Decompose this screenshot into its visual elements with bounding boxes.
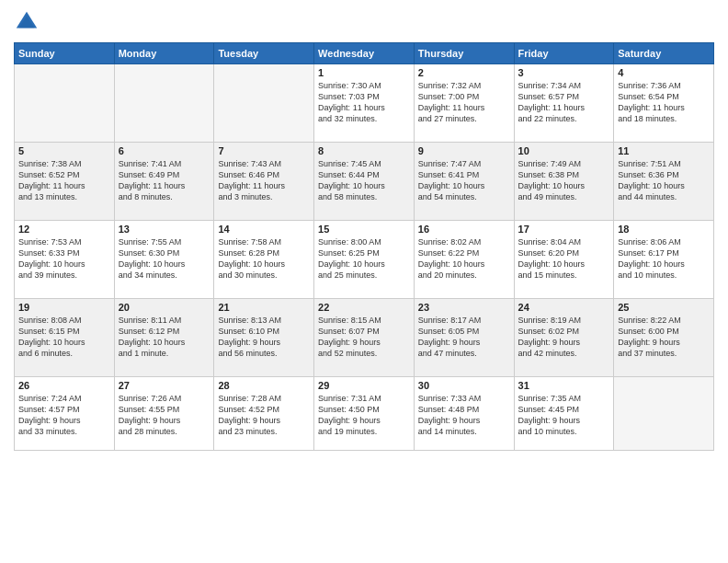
day-info: Sunrise: 7:32 AM Sunset: 7:00 PM Dayligh…	[418, 80, 510, 125]
calendar-cell: 9Sunrise: 7:47 AM Sunset: 6:41 PM Daylig…	[414, 143, 514, 221]
day-number: 15	[318, 224, 410, 235]
day-number: 6	[119, 145, 210, 156]
day-info: Sunrise: 7:47 AM Sunset: 6:41 PM Dayligh…	[418, 158, 510, 203]
calendar-cell: 10Sunrise: 7:49 AM Sunset: 6:38 PM Dayli…	[514, 143, 614, 221]
calendar-cell: 13Sunrise: 7:55 AM Sunset: 6:30 PM Dayli…	[114, 221, 214, 299]
calendar-header-row: SundayMondayTuesdayWednesdayThursdayFrid…	[15, 43, 714, 64]
day-info: Sunrise: 7:24 AM Sunset: 4:57 PM Dayligh…	[18, 393, 110, 438]
day-info: Sunrise: 7:51 AM Sunset: 6:36 PM Dayligh…	[618, 158, 710, 203]
calendar-cell: 5Sunrise: 7:38 AM Sunset: 6:52 PM Daylig…	[15, 143, 115, 221]
day-number: 14	[218, 224, 310, 235]
day-number: 25	[618, 302, 710, 313]
day-number: 27	[119, 380, 210, 391]
calendar-header-tuesday: Tuesday	[214, 43, 314, 64]
calendar-table: SundayMondayTuesdayWednesdayThursdayFrid…	[14, 42, 714, 451]
day-info: Sunrise: 7:28 AM Sunset: 4:52 PM Dayligh…	[218, 393, 310, 438]
day-info: Sunrise: 8:06 AM Sunset: 6:17 PM Dayligh…	[618, 236, 710, 282]
calendar-cell: 7Sunrise: 7:43 AM Sunset: 6:46 PM Daylig…	[214, 143, 314, 221]
calendar-cell: 16Sunrise: 8:02 AM Sunset: 6:22 PM Dayli…	[414, 221, 514, 299]
day-number: 21	[218, 302, 310, 313]
calendar-cell	[15, 64, 115, 143]
logo	[14, 9, 43, 35]
header	[14, 9, 714, 35]
day-info: Sunrise: 7:31 AM Sunset: 4:50 PM Dayligh…	[318, 393, 410, 438]
day-info: Sunrise: 7:30 AM Sunset: 7:03 PM Dayligh…	[318, 80, 410, 125]
day-info: Sunrise: 7:53 AM Sunset: 6:33 PM Dayligh…	[18, 236, 110, 282]
day-info: Sunrise: 8:15 AM Sunset: 6:07 PM Dayligh…	[318, 315, 410, 360]
day-number: 3	[518, 67, 610, 78]
day-number: 8	[318, 145, 410, 156]
calendar-header-friday: Friday	[514, 43, 614, 64]
day-info: Sunrise: 8:11 AM Sunset: 6:12 PM Dayligh…	[119, 315, 210, 360]
calendar-cell: 30Sunrise: 7:33 AM Sunset: 4:48 PM Dayli…	[414, 377, 514, 451]
day-number: 16	[418, 224, 510, 235]
day-number: 11	[618, 145, 710, 156]
calendar-cell	[114, 64, 214, 143]
calendar-cell	[614, 377, 714, 451]
calendar-cell: 4Sunrise: 7:36 AM Sunset: 6:54 PM Daylig…	[614, 64, 714, 143]
calendar-cell: 31Sunrise: 7:35 AM Sunset: 4:45 PM Dayli…	[514, 377, 614, 451]
day-info: Sunrise: 7:43 AM Sunset: 6:46 PM Dayligh…	[218, 158, 310, 203]
day-number: 4	[618, 67, 710, 78]
calendar-cell: 11Sunrise: 7:51 AM Sunset: 6:36 PM Dayli…	[614, 143, 714, 221]
calendar-cell: 24Sunrise: 8:19 AM Sunset: 6:02 PM Dayli…	[514, 299, 614, 377]
day-number: 30	[418, 380, 510, 391]
calendar-cell: 20Sunrise: 8:11 AM Sunset: 6:12 PM Dayli…	[114, 299, 214, 377]
day-number: 20	[119, 302, 210, 313]
day-number: 22	[318, 302, 410, 313]
calendar-cell: 28Sunrise: 7:28 AM Sunset: 4:52 PM Dayli…	[214, 377, 314, 451]
day-number: 18	[618, 224, 710, 235]
day-info: Sunrise: 7:34 AM Sunset: 6:57 PM Dayligh…	[518, 80, 610, 125]
day-info: Sunrise: 7:49 AM Sunset: 6:38 PM Dayligh…	[518, 158, 610, 203]
day-number: 7	[218, 145, 310, 156]
calendar-cell: 29Sunrise: 7:31 AM Sunset: 4:50 PM Dayli…	[314, 377, 415, 451]
day-number: 1	[318, 67, 410, 78]
calendar-header-monday: Monday	[114, 43, 214, 64]
day-number: 13	[119, 224, 210, 235]
calendar-header-sunday: Sunday	[15, 43, 115, 64]
day-info: Sunrise: 8:17 AM Sunset: 6:05 PM Dayligh…	[418, 315, 510, 360]
day-info: Sunrise: 8:22 AM Sunset: 6:00 PM Dayligh…	[618, 315, 710, 360]
day-info: Sunrise: 7:36 AM Sunset: 6:54 PM Dayligh…	[618, 80, 710, 125]
calendar-cell: 1Sunrise: 7:30 AM Sunset: 7:03 PM Daylig…	[314, 64, 415, 143]
calendar-cell: 25Sunrise: 8:22 AM Sunset: 6:00 PM Dayli…	[614, 299, 714, 377]
calendar-header-thursday: Thursday	[414, 43, 514, 64]
page: SundayMondayTuesdayWednesdayThursdayFrid…	[0, 0, 728, 563]
calendar-week-2: 5Sunrise: 7:38 AM Sunset: 6:52 PM Daylig…	[15, 143, 714, 221]
day-info: Sunrise: 7:33 AM Sunset: 4:48 PM Dayligh…	[418, 393, 510, 438]
day-info: Sunrise: 8:00 AM Sunset: 6:25 PM Dayligh…	[318, 236, 410, 282]
calendar-cell: 3Sunrise: 7:34 AM Sunset: 6:57 PM Daylig…	[514, 64, 614, 143]
day-info: Sunrise: 8:19 AM Sunset: 6:02 PM Dayligh…	[518, 315, 610, 360]
day-info: Sunrise: 7:45 AM Sunset: 6:44 PM Dayligh…	[318, 158, 410, 203]
day-number: 9	[418, 145, 510, 156]
calendar-cell: 22Sunrise: 8:15 AM Sunset: 6:07 PM Dayli…	[314, 299, 415, 377]
day-info: Sunrise: 7:55 AM Sunset: 6:30 PM Dayligh…	[119, 236, 210, 282]
day-info: Sunrise: 8:13 AM Sunset: 6:10 PM Dayligh…	[218, 315, 310, 360]
calendar-cell: 23Sunrise: 8:17 AM Sunset: 6:05 PM Dayli…	[414, 299, 514, 377]
day-info: Sunrise: 8:02 AM Sunset: 6:22 PM Dayligh…	[418, 236, 510, 282]
calendar-week-5: 26Sunrise: 7:24 AM Sunset: 4:57 PM Dayli…	[15, 377, 714, 451]
calendar-cell: 21Sunrise: 8:13 AM Sunset: 6:10 PM Dayli…	[214, 299, 314, 377]
day-number: 26	[18, 380, 110, 391]
day-number: 2	[418, 67, 510, 78]
day-number: 23	[418, 302, 510, 313]
day-number: 19	[18, 302, 110, 313]
day-info: Sunrise: 8:04 AM Sunset: 6:20 PM Dayligh…	[518, 236, 610, 282]
day-info: Sunrise: 7:58 AM Sunset: 6:28 PM Dayligh…	[218, 236, 310, 282]
calendar-header-saturday: Saturday	[614, 43, 714, 64]
calendar-cell: 19Sunrise: 8:08 AM Sunset: 6:15 PM Dayli…	[15, 299, 115, 377]
calendar-cell: 15Sunrise: 8:00 AM Sunset: 6:25 PM Dayli…	[314, 221, 415, 299]
calendar-cell: 26Sunrise: 7:24 AM Sunset: 4:57 PM Dayli…	[15, 377, 115, 451]
calendar-cell: 18Sunrise: 8:06 AM Sunset: 6:17 PM Dayli…	[614, 221, 714, 299]
day-info: Sunrise: 7:35 AM Sunset: 4:45 PM Dayligh…	[518, 393, 610, 438]
day-number: 12	[18, 224, 110, 235]
calendar-cell: 12Sunrise: 7:53 AM Sunset: 6:33 PM Dayli…	[15, 221, 115, 299]
day-number: 17	[518, 224, 610, 235]
calendar-week-3: 12Sunrise: 7:53 AM Sunset: 6:33 PM Dayli…	[15, 221, 714, 299]
calendar-cell: 27Sunrise: 7:26 AM Sunset: 4:55 PM Dayli…	[114, 377, 214, 451]
calendar-week-1: 1Sunrise: 7:30 AM Sunset: 7:03 PM Daylig…	[15, 64, 714, 143]
calendar-cell: 8Sunrise: 7:45 AM Sunset: 6:44 PM Daylig…	[314, 143, 415, 221]
logo-icon	[14, 9, 40, 35]
day-info: Sunrise: 7:38 AM Sunset: 6:52 PM Dayligh…	[18, 158, 110, 203]
day-info: Sunrise: 8:08 AM Sunset: 6:15 PM Dayligh…	[18, 315, 110, 360]
